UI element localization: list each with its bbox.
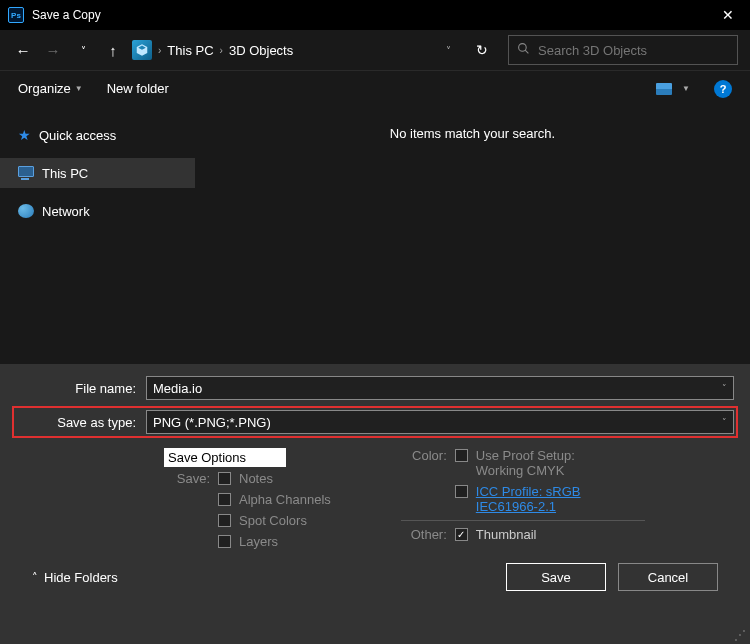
save-label: Save: <box>164 471 210 486</box>
pc-icon <box>18 166 34 180</box>
chevron-right-icon: › <box>216 45 227 56</box>
organize-button[interactable]: Organize ▼ <box>18 81 83 96</box>
new-folder-label: New folder <box>107 81 169 96</box>
sidebar-item-label: Network <box>42 204 90 219</box>
view-icon <box>656 83 672 95</box>
save-options-header: Save Options <box>164 448 286 467</box>
breadcrumb[interactable]: › This PC › 3D Objects <box>132 40 428 60</box>
checkbox-spot[interactable] <box>218 514 231 527</box>
toolbar: Organize ▼ New folder ▼ ? <box>0 70 750 106</box>
checkbox-alpha[interactable] <box>218 493 231 506</box>
hide-folders-button[interactable]: ˄ Hide Folders <box>32 570 118 585</box>
chevron-down-icon[interactable]: ˅ <box>722 417 727 427</box>
sidebar-item-network[interactable]: Network <box>0 196 195 226</box>
opt-proof: Use Proof Setup:Working CMYK <box>476 448 575 478</box>
savetype-highlight: Save as type: PNG (*.PNG;*.PNG) ˅ <box>12 406 738 438</box>
color-label: Color: <box>401 448 447 463</box>
recent-dropdown[interactable]: ˅ <box>72 39 94 61</box>
checkbox-notes[interactable] <box>218 472 231 485</box>
checkbox-layers[interactable] <box>218 535 231 548</box>
network-icon <box>18 204 34 218</box>
search-icon <box>517 42 530 58</box>
opt-thumbnail: Thumbnail <box>476 527 537 542</box>
back-button[interactable]: ← <box>12 39 34 61</box>
chevron-down-icon: ▼ <box>75 84 83 93</box>
navigation-bar: ← → ˅ ↑ › This PC › 3D Objects ˅ ↻ <box>0 30 750 70</box>
titlebar: Ps Save a Copy ✕ <box>0 0 750 30</box>
sidebar-item-this-pc[interactable]: This PC <box>0 158 195 188</box>
opt-layers: Layers <box>239 534 278 549</box>
search-input[interactable] <box>538 43 729 58</box>
svg-point-0 <box>519 44 527 52</box>
opt-spot: Spot Colors <box>239 513 307 528</box>
savetype-label: Save as type: <box>16 415 146 430</box>
breadcrumb-dropdown[interactable]: ˅ <box>436 38 460 62</box>
sidebar-item-quick-access[interactable]: ★ Quick access <box>0 120 195 150</box>
checkbox-thumbnail[interactable] <box>455 528 468 541</box>
savetype-field[interactable]: PNG (*.PNG;*.PNG) ˅ <box>146 410 734 434</box>
sidebar-item-label: This PC <box>42 166 88 181</box>
opt-alpha: Alpha Channels <box>239 492 331 507</box>
filename-field[interactable]: ˅ <box>146 376 734 400</box>
folder-3d-icon <box>132 40 152 60</box>
svg-line-1 <box>525 50 528 53</box>
hide-folders-label: Hide Folders <box>44 570 118 585</box>
filename-input[interactable] <box>153 381 727 396</box>
other-label: Other: <box>401 527 447 542</box>
forward-button[interactable]: → <box>42 39 64 61</box>
checkbox-icc[interactable] <box>455 485 468 498</box>
star-icon: ★ <box>18 127 31 143</box>
window-title: Save a Copy <box>32 8 705 22</box>
chevron-down-icon[interactable]: ˅ <box>722 383 727 393</box>
organize-label: Organize <box>18 81 71 96</box>
app-icon: Ps <box>8 7 24 23</box>
opt-notes: Notes <box>239 471 273 486</box>
empty-message: No items match your search. <box>390 126 555 141</box>
up-button[interactable]: ↑ <box>102 39 124 61</box>
crumb-folder[interactable]: 3D Objects <box>229 43 293 58</box>
new-folder-button[interactable]: New folder <box>107 81 169 96</box>
close-button[interactable]: ✕ <box>705 0 750 30</box>
file-list-area: No items match your search. <box>195 106 750 364</box>
chevron-up-icon: ˄ <box>32 571 38 584</box>
view-options[interactable]: ▼ <box>656 83 690 95</box>
sidebar: ★ Quick access This PC Network <box>0 106 195 364</box>
savetype-value: PNG (*.PNG;*.PNG) <box>153 415 271 430</box>
refresh-button[interactable]: ↻ <box>468 36 496 64</box>
cancel-button[interactable]: Cancel <box>618 563 718 591</box>
chevron-right-icon: › <box>154 45 165 56</box>
chevron-down-icon: ▼ <box>682 84 690 93</box>
help-button[interactable]: ? <box>714 80 732 98</box>
checkbox-proof[interactable] <box>455 449 468 462</box>
crumb-this-pc[interactable]: This PC <box>167 43 213 58</box>
save-button[interactable]: Save <box>506 563 606 591</box>
search-box[interactable] <box>508 35 738 65</box>
opt-icc[interactable]: ICC Profile: sRGB IEC61966-2.1 <box>476 484 645 514</box>
sidebar-item-label: Quick access <box>39 128 116 143</box>
filename-label: File name: <box>16 381 146 396</box>
